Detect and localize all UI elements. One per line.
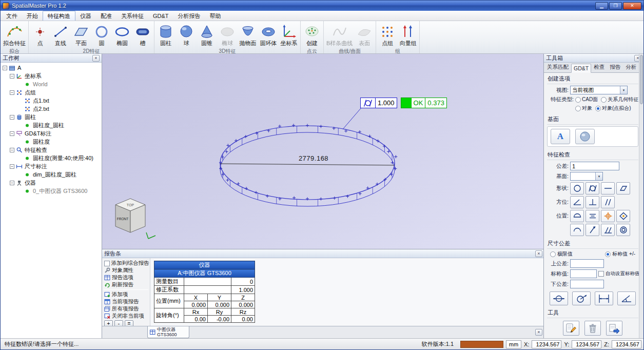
option-current-item-report[interactable]: 当前项报告 xyxy=(103,298,149,305)
gdt-callout[interactable]: 1.000 OK 0.373 xyxy=(360,98,447,108)
option-all-items-report[interactable]: 所有项报告 xyxy=(103,305,149,313)
radio-object-point-fit[interactable] xyxy=(595,106,601,111)
straightness-button[interactable] xyxy=(601,182,615,195)
tree-node-coordsys[interactable]: −坐标系 xyxy=(1,72,102,80)
slot-button[interactable]: 槽 xyxy=(132,22,153,48)
point-group-button[interactable]: 点组 xyxy=(377,22,398,48)
total-runout-button[interactable] xyxy=(601,224,615,236)
tree-node-cylindricity[interactable]: 圆柱度 xyxy=(1,138,102,146)
tree-node-world[interactable]: World xyxy=(1,80,102,88)
create-pointcloud-button[interactable]: 创建 xyxy=(302,22,322,48)
plane-button[interactable]: 平面 xyxy=(71,22,91,48)
menu-start[interactable]: 开始 xyxy=(22,11,43,21)
nominal-input[interactable] xyxy=(570,269,597,278)
option-add-item[interactable]: 添加项 xyxy=(103,291,149,298)
menu-file[interactable]: 文件 xyxy=(2,11,22,21)
expand-toggle[interactable]: − xyxy=(10,90,14,95)
expand-toggle[interactable]: − xyxy=(10,74,14,79)
angularity-button[interactable] xyxy=(570,196,584,208)
tree-node-cylinder[interactable]: −圆柱 xyxy=(1,113,102,121)
delete-tool-button[interactable] xyxy=(584,321,601,336)
tree-node-dim-item[interactable]: dim_圆柱度_圆柱 xyxy=(1,170,102,179)
export-tool-button[interactable] xyxy=(606,321,622,336)
menu-relation-feature[interactable]: 关系特征 xyxy=(116,11,148,21)
menu-gdt[interactable]: GD&T xyxy=(148,11,173,21)
composite-position-button[interactable] xyxy=(616,210,630,222)
profile-surface-button[interactable] xyxy=(570,210,584,222)
radius-dim-button[interactable] xyxy=(572,291,591,305)
angle-dim-button[interactable] xyxy=(617,291,636,305)
parallelism-button[interactable] xyxy=(601,196,615,208)
zoom-in-button[interactable]: + xyxy=(104,320,113,326)
menu-instrument[interactable]: 仪器 xyxy=(75,11,96,21)
tab-gdt[interactable]: GD&T xyxy=(571,64,591,73)
tree-node-point-file[interactable]: 点2.txt xyxy=(1,105,102,113)
tree-node-root[interactable]: −A xyxy=(1,64,102,72)
symmetry-button[interactable] xyxy=(586,210,599,222)
tolerance-input[interactable] xyxy=(570,162,619,170)
coordinate-system-button[interactable]: 坐标系 xyxy=(279,22,299,48)
radio-relation-geometry[interactable] xyxy=(601,97,607,103)
tree-node-check-result[interactable]: 圆柱度(测量:40;使用:40) xyxy=(1,154,102,162)
auto-nominal-checkbox[interactable] xyxy=(598,271,604,277)
menu-analysis-report[interactable]: 分析报告 xyxy=(173,11,205,21)
cone-button[interactable]: 圆锥 xyxy=(197,22,217,48)
paraboloid-button[interactable]: 抛物面 xyxy=(238,22,258,48)
tree-node-point-file[interactable]: 点1.txt xyxy=(1,96,102,105)
tree-node-cylindricity-cyl[interactable]: 圆柱度_圆柱 xyxy=(1,121,102,129)
radio-limit-value[interactable] xyxy=(550,251,556,257)
flatness-button[interactable] xyxy=(616,182,630,195)
distance-dim-button[interactable] xyxy=(595,291,613,305)
zoom-out-button[interactable]: - xyxy=(114,320,123,326)
expand-toggle[interactable]: − xyxy=(10,164,14,169)
orientation-cube[interactable]: TOP FRONT xyxy=(109,193,159,243)
option-refresh-report[interactable]: 刷新报告 xyxy=(103,281,149,288)
point-button[interactable]: 点 xyxy=(30,22,50,48)
tree-node-gdt[interactable]: −GD&T标注 xyxy=(1,129,102,138)
vector-group-button[interactable]: 向量组 xyxy=(398,22,418,48)
radio-object[interactable] xyxy=(575,106,581,111)
lower-tolerance-input[interactable] xyxy=(570,280,604,288)
circular-runout-button[interactable] xyxy=(586,224,599,236)
cylindricity-button[interactable] xyxy=(586,182,599,195)
menu-feature-construct[interactable]: 特征构造 xyxy=(43,11,75,21)
option-report-options[interactable]: 报告选项 xyxy=(103,274,149,281)
maximize-button[interactable]: ❐ xyxy=(609,2,622,10)
expand-toggle[interactable]: − xyxy=(10,148,14,152)
fit-feature-button[interactable]: 拟合特征 xyxy=(2,22,27,48)
expand-toggle[interactable]: − xyxy=(10,131,14,136)
expand-toggle[interactable]: − xyxy=(3,66,7,70)
torus-button[interactable]: 圆环体 xyxy=(258,22,279,48)
tab-analysis[interactable]: 分析 xyxy=(623,62,639,72)
close-icon[interactable]: × xyxy=(535,329,542,336)
sphere-button[interactable]: 球 xyxy=(176,22,197,48)
instrument-tab[interactable]: 中图仪器GTS3600 xyxy=(147,326,189,338)
minimize-button[interactable]: ▁ xyxy=(595,2,608,10)
datum-sphere-button[interactable] xyxy=(575,129,595,144)
expand-toggle[interactable]: − xyxy=(10,181,14,185)
close-button[interactable]: ✕ xyxy=(623,2,641,10)
upper-tolerance-input[interactable] xyxy=(570,259,604,268)
toolbox-scrollbar[interactable] xyxy=(639,54,643,338)
roundness-button[interactable] xyxy=(570,182,584,195)
edit-tool-button[interactable] xyxy=(563,321,579,336)
concentricity-button[interactable] xyxy=(616,224,630,236)
tree-node-instrument-item[interactable]: 0_中图仪器 GTS3600 xyxy=(1,187,102,195)
datum-a-button[interactable]: A xyxy=(551,129,570,144)
tree-node-pointgroup[interactable]: −点组 xyxy=(1,88,102,96)
scrollbar-thumb[interactable] xyxy=(640,55,643,104)
radio-cad-face[interactable] xyxy=(575,97,581,103)
cylinder-button[interactable]: 圆柱 xyxy=(155,22,176,48)
option-add-to-combined-report[interactable]: 添加到综合报告 xyxy=(103,260,149,267)
viewport-3d[interactable]: 2779.168 1.000 OK 0.373 TOP FRONT xyxy=(102,54,544,249)
menu-alignment[interactable]: 配准 xyxy=(96,11,116,21)
tree-node-dimension[interactable]: −尺寸标注 xyxy=(1,162,102,170)
profile-line-button[interactable] xyxy=(570,224,584,236)
tree-node-instrument[interactable]: −仪器 xyxy=(1,179,102,187)
line-button[interactable]: 直线 xyxy=(50,22,71,48)
checkbox-icon[interactable] xyxy=(104,261,110,266)
circle-button[interactable]: 圆 xyxy=(91,22,112,48)
close-icon[interactable]: × xyxy=(92,55,100,62)
option-object-properties[interactable]: 对象属性 xyxy=(103,267,149,274)
tree-node-feature-check[interactable]: −特征检查 xyxy=(1,146,102,154)
